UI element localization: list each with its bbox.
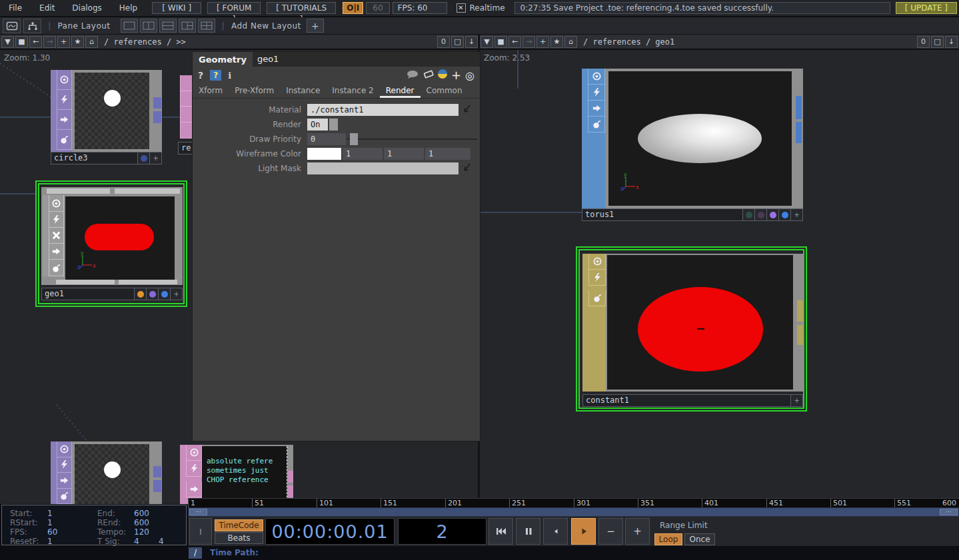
menu-file[interactable]: File	[0, 3, 31, 13]
output-icon[interactable]	[588, 101, 605, 117]
slider-handle[interactable]	[350, 133, 358, 145]
bypass-icon[interactable]	[57, 90, 72, 110]
input-connector[interactable]	[115, 188, 180, 194]
family-dot[interactable]	[138, 152, 150, 164]
pane-menu-icon[interactable]: ▼	[480, 36, 493, 48]
output-connector[interactable]	[153, 480, 161, 492]
loop-button[interactable]: Loop	[654, 533, 682, 545]
output-connector[interactable]	[797, 300, 803, 322]
help-icon[interactable]: ?	[198, 70, 203, 81]
time-path-root-button[interactable]: /	[189, 547, 202, 559]
operator-name-field[interactable]: geo1	[253, 52, 480, 67]
cook-icon[interactable]	[57, 130, 72, 150]
output-connector[interactable]	[153, 466, 161, 477]
node-add-icon[interactable]: +	[791, 208, 803, 221]
tab-pre-xform[interactable]: Pre-Xform	[229, 86, 280, 98]
node-name-circle3[interactable]: circle3	[51, 152, 138, 164]
pane-bookmark-icon[interactable]: ★	[71, 36, 84, 48]
speed-decrease-button[interactable]: −	[598, 518, 623, 545]
midi-io-button[interactable]: O|I	[343, 2, 363, 14]
pane-collapse-icon[interactable]: ↓	[465, 36, 478, 48]
pane-zero-icon[interactable]: 0	[917, 36, 930, 48]
once-button[interactable]: Once	[684, 533, 715, 545]
layout-split-horizontal-button[interactable]	[159, 19, 177, 33]
network-view-icon[interactable]	[23, 19, 41, 33]
info-icon[interactable]: i	[228, 71, 231, 81]
draw-priority-slider[interactable]	[347, 133, 477, 145]
family-dot[interactable]	[779, 208, 791, 221]
node-viewport[interactable]	[607, 255, 793, 390]
layout-single-button[interactable]	[121, 19, 138, 33]
text-dat-viewport[interactable]: absolute refere sometimes just CHOP refe…	[202, 446, 287, 504]
material-field[interactable]: ./constant1	[307, 104, 459, 116]
wireframe-b-field[interactable]: 1	[425, 148, 472, 160]
tab-render-active[interactable]: Render	[380, 86, 421, 98]
output-connector[interactable]	[796, 122, 802, 143]
realtime-toggle[interactable]: ✕ Realtime	[457, 3, 505, 13]
node-viewport[interactable]	[608, 71, 792, 206]
tab-xform[interactable]: Xform	[193, 86, 229, 98]
export-arrow-icon[interactable]	[461, 162, 472, 175]
node-name-constant1[interactable]: constant1	[582, 394, 791, 407]
node-add-icon[interactable]: +	[150, 152, 162, 164]
viewer-icon[interactable]	[57, 441, 72, 457]
pause-button[interactable]	[516, 518, 540, 545]
pane-stop-icon[interactable]: ■	[15, 36, 28, 48]
python-icon[interactable]	[437, 69, 448, 82]
draw-priority-field[interactable]: 0	[307, 133, 347, 145]
tab-instance[interactable]: Instance	[280, 86, 326, 98]
family-dot[interactable]	[767, 208, 779, 221]
fps-value[interactable]: 60	[47, 527, 57, 537]
family-dot[interactable]	[743, 208, 755, 221]
step-back-button[interactable]	[543, 518, 568, 545]
fps-display[interactable]: FPS: 60	[393, 2, 447, 14]
cook-icon[interactable]	[57, 489, 72, 505]
pane-add-icon[interactable]: +	[536, 36, 549, 48]
pane-home-icon[interactable]: ⌂	[85, 36, 98, 48]
add-layout-button[interactable]: +	[307, 19, 324, 33]
wireframe-r-field[interactable]: 1	[343, 148, 384, 160]
viewer-icon[interactable]	[57, 70, 72, 90]
left-breadcrumb[interactable]: / references / >>	[104, 37, 186, 47]
viewer-icon[interactable]	[588, 254, 606, 270]
output-connector[interactable]	[56, 280, 115, 284]
cook-icon[interactable]	[588, 117, 605, 133]
bypass-icon[interactable]	[49, 212, 64, 228]
node-add-icon[interactable]: +	[791, 394, 803, 407]
beats-mode-button[interactable]: Beats	[215, 532, 263, 544]
node-viewport[interactable]	[65, 196, 175, 280]
realtime-checkbox[interactable]: ✕	[457, 3, 466, 13]
pane-menu-icon[interactable]: ▼	[1, 36, 14, 48]
bypass-icon[interactable]	[186, 461, 202, 477]
eraser-icon[interactable]	[423, 69, 435, 82]
color-swatch[interactable]	[307, 148, 341, 160]
pane-stop-icon[interactable]: ■	[494, 36, 507, 48]
output-connector[interactable]	[153, 97, 161, 109]
range-left-grip[interactable]: ···	[189, 509, 207, 515]
menu-edit[interactable]: Edit	[31, 3, 63, 13]
pane-forward-icon[interactable]: →	[43, 36, 56, 48]
bypass-icon[interactable]	[588, 85, 605, 101]
cook-icon[interactable]	[588, 290, 606, 306]
tab-common[interactable]: Common	[421, 86, 469, 98]
tsig-value-1[interactable]: 4	[134, 537, 139, 546]
node-name-torus1[interactable]: torus1	[582, 208, 743, 221]
tutorials-button[interactable]: [ TUTORIALS ]	[267, 2, 336, 14]
delete-icon[interactable]	[49, 228, 64, 244]
tsig-value-2[interactable]: 4	[159, 537, 164, 546]
end-value[interactable]: 600	[134, 509, 149, 518]
speed-increase-button[interactable]: +	[625, 518, 650, 545]
parameter-dialog-header[interactable]: Geometry geo1	[193, 52, 480, 67]
output-connector[interactable]	[796, 96, 802, 119]
timeline-ruler[interactable]: 1 51 101 151 201 251 301 351 401 451 501…	[188, 498, 959, 507]
jump-to-start-button[interactable]	[488, 518, 513, 545]
forum-button[interactable]: [ FORUM ]	[207, 2, 261, 14]
python-help-icon[interactable]: ?	[210, 70, 221, 81]
right-breadcrumb[interactable]: / references / geo1	[583, 37, 674, 47]
bypass-icon[interactable]	[57, 457, 72, 473]
viewer-icon[interactable]	[180, 75, 193, 91]
pane-back-icon[interactable]: ←	[508, 36, 521, 48]
layout-split-vertical-button[interactable]	[140, 19, 157, 33]
export-arrow-icon[interactable]	[461, 103, 472, 117]
output-icon[interactable]	[186, 481, 202, 497]
